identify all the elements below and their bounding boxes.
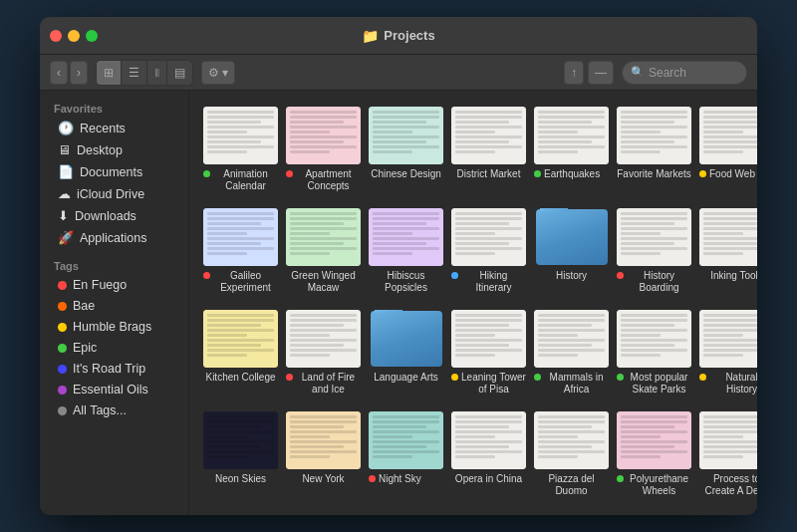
file-thumb-container	[286, 310, 361, 368]
list-view-button[interactable]: ☰	[122, 61, 147, 85]
file-name: Process to Create A Deck	[699, 473, 757, 497]
sidebar-tag-epic[interactable]: Epic	[44, 338, 184, 358]
list-item[interactable]: Mammals in Africa	[532, 306, 611, 399]
file-thumb-container	[203, 411, 278, 469]
list-item[interactable]: Hiking Itinerary	[449, 204, 528, 298]
file-name: History	[534, 270, 609, 282]
list-item[interactable]: Piazza del Duomo	[532, 407, 611, 501]
tag-dot-enfuego	[58, 281, 67, 290]
list-item[interactable]: Kitchen College	[201, 306, 280, 399]
list-item[interactable]: Animation Calendar	[201, 103, 280, 196]
file-label: Food Web	[699, 168, 757, 180]
sidebar-item-desktop[interactable]: 🖥 Desktop	[44, 139, 184, 160]
close-button[interactable]	[50, 30, 62, 42]
list-item[interactable]: Neon Skies	[201, 407, 280, 501]
list-item[interactable]: Green Winged Macaw	[284, 204, 363, 298]
file-dot	[617, 272, 624, 279]
list-item[interactable]: Natural History	[697, 306, 757, 399]
file-thumbnail	[286, 310, 361, 368]
action-button[interactable]: —	[588, 61, 614, 85]
sidebar-tag-alltags[interactable]: All Tags...	[44, 400, 184, 420]
share-button[interactable]: ↑	[564, 61, 584, 85]
window-body: Favorites 🕐 Recents 🖥 Desktop 📄 Document…	[40, 91, 757, 515]
view-switcher: ⊞ ☰ ⫴ ▤	[96, 60, 193, 86]
forward-button[interactable]: ›	[70, 61, 88, 85]
file-name: Favorite Markets	[617, 168, 691, 180]
list-item[interactable]: Food Web	[697, 103, 757, 196]
file-dot	[699, 170, 706, 177]
file-thumbnail	[699, 208, 757, 266]
minimize-button[interactable]	[68, 30, 80, 42]
list-item[interactable]: Night Sky	[367, 407, 445, 501]
list-item[interactable]: History Boarding	[615, 204, 693, 298]
sidebar-tag-roadtrip[interactable]: It's Road Trip	[44, 359, 184, 379]
sidebar-tag-humblebrags[interactable]: Humble Brags	[44, 317, 184, 337]
list-item[interactable]: Land of Fire and Ice	[284, 306, 363, 399]
sidebar-item-label: Desktop	[77, 143, 123, 157]
sidebar-tag-essentialoils[interactable]: Essential Oils	[44, 380, 184, 399]
tag-dot-essentialoils	[58, 386, 67, 395]
list-item[interactable]: Process to Create A Deck	[697, 407, 757, 501]
search-box[interactable]: 🔍	[622, 61, 747, 85]
maximize-button[interactable]	[86, 30, 98, 42]
list-item[interactable]: Most popular Skate Parks	[615, 306, 693, 399]
file-thumbnail	[451, 107, 526, 164]
list-item[interactable]: Apartment Concepts	[284, 103, 363, 196]
list-item[interactable]: Opera in China	[449, 407, 528, 501]
file-name: Night Sky	[379, 473, 421, 485]
traffic-lights	[50, 30, 98, 42]
sidebar-item-icloud[interactable]: ☁ iCloud Drive	[44, 183, 184, 204]
list-item[interactable]: Favorite Markets	[615, 103, 693, 196]
file-thumb-container	[534, 107, 609, 164]
list-item[interactable]: History	[532, 204, 611, 298]
file-thumbnail	[203, 107, 278, 164]
list-item[interactable]: Earthquakes	[532, 103, 611, 196]
list-item[interactable]: New York	[284, 407, 363, 501]
sidebar-tag-bae[interactable]: Bae	[44, 296, 184, 316]
list-item[interactable]: District Market	[449, 103, 528, 196]
file-thumb-container	[699, 107, 757, 164]
sidebar-item-label: En Fuego	[73, 278, 127, 292]
back-button[interactable]: ‹	[50, 61, 68, 85]
sidebar-item-documents[interactable]: 📄 Documents	[44, 161, 184, 182]
list-item[interactable]: Hibiscus Popsicles	[367, 204, 445, 298]
file-name: Animation Calendar	[213, 168, 278, 192]
file-name: Earthquakes	[544, 168, 600, 180]
file-dot	[617, 374, 624, 381]
file-name: Chinese Design	[369, 168, 443, 180]
sidebar-item-recents[interactable]: 🕐 Recents	[44, 118, 184, 138]
tags-label: Tags	[40, 256, 188, 274]
list-item[interactable]: Leaning Tower of Pisa	[449, 306, 528, 399]
list-item[interactable]: Galileo Experiment	[201, 204, 280, 298]
file-dot	[286, 374, 293, 381]
list-item[interactable]: Language Arts	[367, 306, 445, 399]
file-name: Hibiscus Popsicles	[369, 270, 443, 294]
sidebar-tag-enfuego[interactable]: En Fuego	[44, 275, 184, 295]
file-label: Galileo Experiment	[203, 270, 278, 294]
tag-dot-roadtrip	[58, 365, 67, 374]
sidebar-item-downloads[interactable]: ⬇ Downloads	[44, 205, 184, 226]
search-input[interactable]	[649, 66, 738, 80]
window-title: Projects	[384, 28, 434, 43]
file-dot	[617, 475, 624, 482]
gallery-view-button[interactable]: ▤	[167, 61, 192, 85]
tag-dot-alltags	[58, 406, 67, 415]
file-thumb-container	[451, 411, 526, 469]
list-item[interactable]: Inking Tools	[697, 204, 757, 298]
file-label: Mammals in Africa	[534, 372, 609, 396]
file-dot	[534, 374, 541, 381]
main-content: Animation Calendar Apartment Concepts	[189, 91, 757, 515]
column-view-button[interactable]: ⫴	[147, 61, 167, 85]
icon-view-button[interactable]: ⊞	[97, 61, 122, 85]
sort-button[interactable]: ⚙ ▾	[201, 61, 235, 85]
list-item[interactable]: Polyurethane Wheels	[615, 407, 693, 501]
file-dot	[451, 272, 458, 279]
file-dot	[203, 170, 210, 177]
list-item[interactable]: Chinese Design	[367, 103, 445, 196]
sidebar-item-label: It's Road Trip	[73, 362, 145, 376]
tag-dot-bae	[58, 302, 67, 311]
window-title-area: 📁 Projects	[362, 28, 434, 44]
sidebar-item-applications[interactable]: 🚀 Applications	[44, 227, 184, 248]
file-name: Land of Fire and Ice	[296, 372, 361, 396]
file-name: Neon Skies	[203, 473, 278, 485]
